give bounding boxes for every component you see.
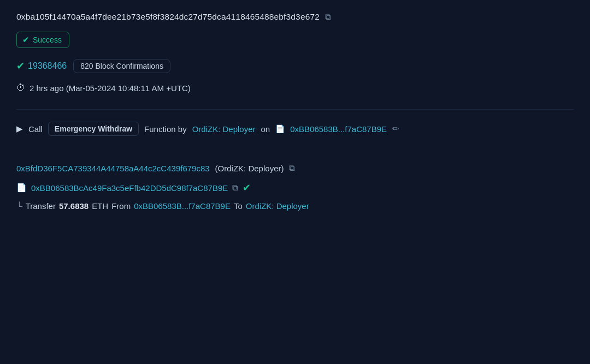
block-number: ✔ 19368466: [16, 60, 67, 72]
transfer-from-address-link[interactable]: 0xBB06583B...f7aC87B9E: [134, 201, 231, 211]
to-address-row: 📄 0xBB06583BcAc49Fa3c5eFfb42DD5dC98f7aC8…: [16, 182, 574, 194]
block-check-icon: ✔: [16, 60, 25, 72]
transfer-tree-icon: └: [16, 201, 22, 211]
tx-hash-row: 0xba105f14470a5a4f7dee21b73e5f8f3824dc27…: [16, 12, 574, 22]
contract-doc-icon: 📄: [275, 124, 285, 133]
confirmations-badge: 820 Block Confirmations: [73, 59, 170, 73]
transfer-currency: ETH: [92, 201, 108, 211]
transaction-hash: 0xba105f14470a5a4f7dee21b73e5f8f3824dc27…: [16, 12, 320, 22]
from-address-row: 0xBfdD36F5CA739344A44758aA44c2cC439f679c…: [16, 163, 574, 173]
transfer-to-address-link[interactable]: OrdiZK: Deployer: [246, 201, 309, 211]
page-container: 0xba105f14470a5a4f7dee21b73e5f8f3824dc27…: [0, 0, 590, 227]
block-confirmations-row: ✔ 19368466 820 Block Confirmations: [16, 59, 574, 73]
transfer-amount: 57.6838: [59, 201, 88, 211]
success-badge: ✔ Success: [16, 32, 69, 48]
arrow-icon: ▶: [16, 124, 23, 134]
function-name-badge: Emergency Withdraw: [48, 122, 139, 136]
clock-icon: ⏱: [16, 83, 25, 93]
bottom-section: 0xBfdD36F5CA739344A44758aA44c2cC439f679c…: [16, 158, 574, 211]
to-verified-icon: ✔: [243, 182, 251, 194]
block-number-value[interactable]: 19368466: [28, 61, 67, 71]
divider: [16, 109, 574, 110]
transfer-from-label: From: [111, 201, 131, 211]
copy-to-icon[interactable]: ⧉: [232, 183, 238, 193]
deployer-link[interactable]: OrdiZK: Deployer: [192, 124, 256, 134]
transaction-time: 2 hrs ago (Mar-05-2024 10:48:11 AM +UTC): [30, 83, 191, 93]
copy-from-icon[interactable]: ⧉: [289, 163, 295, 173]
success-label: Success: [33, 35, 62, 44]
time-row: ⏱ 2 hrs ago (Mar-05-2024 10:48:11 AM +UT…: [16, 83, 574, 93]
call-label: Call: [28, 124, 43, 134]
call-function-row: ▶ Call Emergency Withdraw Function by Or…: [16, 122, 574, 136]
edit-icon[interactable]: ✏: [392, 124, 399, 134]
from-address-link[interactable]: 0xBfdD36F5CA739344A44758aA44c2cC439f679c…: [16, 164, 210, 173]
function-by-label: Function by: [144, 124, 187, 134]
contract-address-link[interactable]: 0xBB06583B...f7aC87B9E: [290, 124, 387, 134]
on-label: on: [261, 124, 270, 134]
success-check-icon: ✔: [22, 35, 30, 45]
to-address-link[interactable]: 0xBB06583BcAc49Fa3c5eFfb42DD5dC98f7aC87B…: [31, 183, 228, 193]
transfer-row: └ Transfer 57.6838 ETH From 0xBB06583B..…: [16, 201, 574, 211]
copy-hash-icon[interactable]: ⧉: [325, 12, 331, 22]
from-label: (OrdiZK: Deployer): [215, 164, 284, 173]
transfer-label: Transfer: [26, 201, 56, 211]
transfer-to-label: To: [234, 201, 243, 211]
to-contract-icon: 📄: [16, 183, 27, 193]
